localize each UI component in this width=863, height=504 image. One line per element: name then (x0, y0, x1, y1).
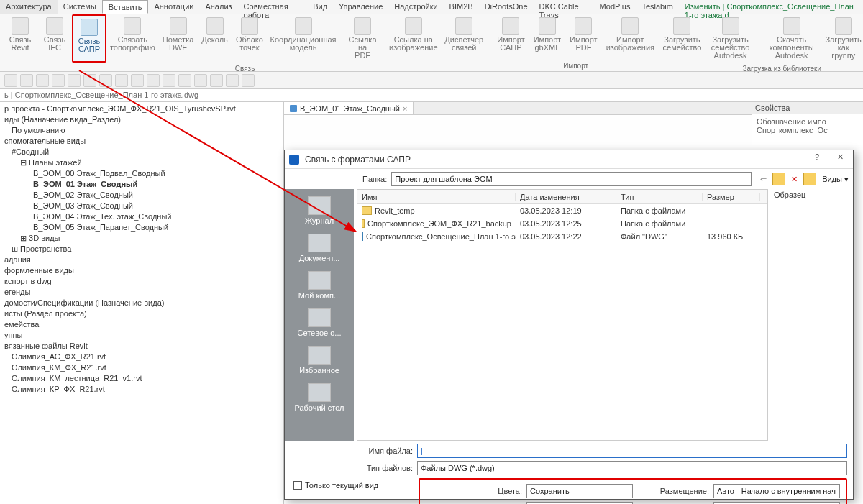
placement-combo[interactable]: Авто - Начало с внутренним началом (713, 484, 840, 498)
markup-dwf-button[interactable]: ПометкаDWF (159, 14, 198, 63)
tab-arch[interactable]: Архитектура (0, 0, 58, 14)
tree-plan[interactable]: В_ЭОМ_04 Этаж_Тех. этаж_Сводный (4, 211, 283, 222)
qat-btn[interactable] (4, 74, 17, 87)
tab-analyze[interactable]: Анализ (199, 0, 237, 14)
tab-tesla[interactable]: Teslabim (636, 0, 678, 14)
place-documents[interactable]: Документ... (285, 231, 354, 265)
tab-diroots[interactable]: DiRootsOne (479, 0, 534, 14)
qat-btn[interactable] (68, 74, 81, 87)
dialog-titlebar[interactable]: Связь с форматами САПР ? ✕ (285, 150, 853, 169)
col-date[interactable]: Дата изменения (516, 193, 616, 201)
qat-btn[interactable] (99, 74, 112, 87)
tab-dkc[interactable]: DKC Cable Trays (534, 0, 594, 14)
tab-collab[interactable]: Совместная работа (238, 0, 308, 14)
linked-file[interactable]: Олимпия_АС_ФХ_R21.rvt (4, 352, 283, 362)
link-image-button[interactable]: Ссылка наизображение (385, 14, 441, 63)
tree-node[interactable]: уппы (4, 330, 283, 341)
colors-combo[interactable]: Сохранить (526, 484, 633, 498)
col-size[interactable]: Размер (703, 193, 760, 201)
tree-node[interactable]: спомогательные виды (4, 136, 283, 147)
tree-node[interactable]: емейства (4, 319, 283, 330)
tree-node[interactable]: адания (4, 255, 283, 265)
tree-node[interactable]: формленные виды (4, 265, 283, 276)
link-cad-button[interactable]: СвязьСАПР (72, 14, 106, 63)
new-folder-icon[interactable] (803, 173, 816, 185)
tree-node[interactable]: ⊞ Пространства (4, 244, 283, 255)
import-gbxml-button[interactable]: ИмпортgbXML (529, 14, 565, 60)
place-favorites[interactable]: Избранное (285, 343, 354, 377)
file-row[interactable]: Спорткомплекс_Освещение_План 1-го эт... … (357, 230, 767, 243)
tree-node[interactable]: вязанные файлы Revit (4, 341, 283, 352)
qat-btn[interactable] (83, 74, 96, 87)
tree-plan[interactable]: В_ЭОМ_00 Этаж_Подвал_Сводный (4, 168, 283, 179)
qat-btn[interactable] (52, 74, 65, 87)
qat-btn[interactable] (242, 74, 255, 87)
tab-annotate[interactable]: Аннотации (148, 0, 199, 14)
tab-manage[interactable]: Управление (333, 0, 388, 14)
col-name[interactable]: Имя (357, 193, 516, 201)
qat-btn[interactable] (178, 74, 191, 87)
current-view-checkbox[interactable] (293, 481, 302, 490)
file-row[interactable]: Спорткомплекс_ЭОМ_ФХ_R21_backup 03.05.20… (357, 217, 767, 230)
qat-btn[interactable] (36, 74, 49, 87)
back-icon[interactable]: ⇐ (760, 175, 767, 184)
qat-btn[interactable] (163, 74, 175, 87)
qat-btn[interactable] (194, 74, 207, 87)
import-image-button[interactable]: Импортизображения (602, 14, 659, 60)
tab-addins[interactable]: Надстройки (388, 0, 443, 14)
up-folder-icon[interactable] (772, 173, 785, 185)
tree-node[interactable]: егенды (4, 287, 283, 298)
project-browser[interactable]: р проекта - Спорткомплекс_ЭОМ_ФХ_R21_OIS… (0, 102, 284, 504)
close-icon[interactable]: × (403, 104, 407, 113)
decal-button[interactable]: Деколь (198, 14, 232, 63)
import-pdf-button[interactable]: ИмпортPDF (565, 14, 601, 60)
tree-plan-active[interactable]: В_ЭОМ_01 Этаж_Сводный (4, 179, 283, 190)
manage-links-button[interactable]: Диспетчерсвязей (441, 14, 487, 63)
link-topo-button[interactable]: Связатьтопографию (106, 14, 159, 63)
tab-view[interactable]: Вид (307, 0, 333, 14)
import-cad-button[interactable]: ИмпортСАПР (493, 14, 529, 60)
load-autodesk-family-button[interactable]: Загрузить семействоAutodesk (700, 14, 761, 63)
tree-plan[interactable]: В_ЭОМ_05 Этаж_Парапет_Сводный (4, 222, 283, 233)
tree-node[interactable]: домости/Спецификации (Назначение вида) (4, 298, 283, 308)
qat-btn[interactable] (210, 74, 223, 87)
close-button[interactable]: ✕ (831, 152, 849, 167)
help-button[interactable]: ? (808, 152, 826, 167)
tree-node[interactable]: иды (Назначение вида_Раздел) (4, 114, 283, 125)
qat-btn[interactable] (226, 74, 239, 87)
place-desktop[interactable]: Рабочий стол (285, 380, 354, 415)
filename-input[interactable]: | (417, 444, 847, 458)
link-revit-button[interactable]: СвязьRevit (3, 14, 37, 63)
tab-systems[interactable]: Системы (58, 0, 102, 14)
download-components-button[interactable]: Скачать компонентыAutodesk (761, 14, 822, 63)
link-ifc-button[interactable]: СвязьIFC (37, 14, 72, 63)
tab-insert[interactable]: Вставить (102, 0, 149, 14)
tab-modify[interactable]: Изменить | Спорткомплекс_Освещение_План … (679, 0, 863, 14)
tab-bim2b[interactable]: BIM2B (444, 0, 479, 14)
view-tab[interactable]: В_ЭОМ_01 Этаж_Сводный × (284, 102, 414, 114)
file-list[interactable]: Имя Дата изменения Тип Размер Revit_temp… (357, 189, 768, 441)
place-history[interactable]: Журнал (285, 193, 354, 228)
linked-file[interactable]: Олимпия_КР_ФХ_R21.rvt (4, 384, 283, 395)
link-pdf-button[interactable]: Ссылка наPDF (339, 14, 385, 63)
linked-file[interactable]: Олимпия_КМ_лестница_R21_v1.rvt (4, 373, 283, 384)
place-network[interactable]: Сетевое о... (285, 306, 354, 340)
file-row[interactable]: Revit_temp 03.05.2023 12:19Папка с файла… (357, 204, 767, 217)
linked-file[interactable]: Олимпия_КМ_ФХ_R21.rvt (4, 362, 283, 373)
qat-btn[interactable] (147, 74, 160, 87)
tree-node[interactable]: По умолчанию (4, 125, 283, 136)
col-type[interactable]: Тип (616, 193, 703, 201)
qat-btn[interactable] (20, 74, 33, 87)
list-header[interactable]: Имя Дата изменения Тип Размер (357, 190, 767, 204)
views-dropdown[interactable]: Виды ▾ (822, 175, 849, 184)
pointcloud-button[interactable]: Облакоточек (232, 14, 268, 63)
qat-btn[interactable] (131, 74, 144, 87)
folder-combo[interactable]: Проект для шаблона ЭОМ (391, 172, 752, 186)
tree-node[interactable]: кспорт в dwg (4, 276, 283, 287)
tree-plan[interactable]: В_ЭОМ_02 Этаж_Сводный (4, 190, 283, 201)
qat-btn[interactable] (115, 74, 128, 87)
tree-plan[interactable]: В_ЭОМ_03 Этаж_Сводный (4, 201, 283, 211)
tab-modplus[interactable]: ModPlus (594, 0, 636, 14)
tree-node[interactable]: #Сводный (4, 147, 283, 157)
delete-icon[interactable]: ✕ (791, 175, 798, 184)
